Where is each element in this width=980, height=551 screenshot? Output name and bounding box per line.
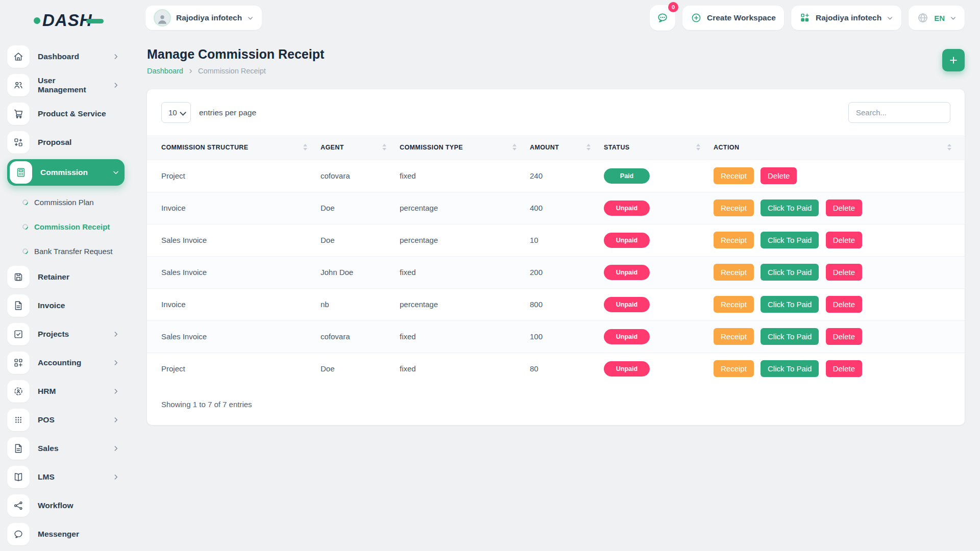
sidebar-item-accounting[interactable]: Accounting (7, 351, 125, 374)
cell-status: Unpaid (604, 353, 714, 385)
delete-button[interactable]: Delete (826, 328, 862, 345)
table-row: Project cofovara fixed 240 Paid Receipt … (147, 160, 965, 192)
save-icon (7, 266, 30, 288)
receipt-button[interactable]: Receipt (714, 199, 754, 216)
cell-amount: 400 (530, 192, 604, 224)
topbar-right: 0 Create Workspace Rajodiya infotech EN (650, 5, 965, 31)
cell-action: Receipt Click To Paid Delete (714, 256, 965, 288)
language-label: EN (934, 14, 945, 22)
delete-button[interactable]: Delete (826, 232, 862, 248)
sort-icon (696, 142, 700, 153)
sidebar-item-commission[interactable]: Commission (7, 159, 125, 186)
brand-logo[interactable]: DASH (34, 9, 125, 32)
account-menu[interactable]: Rajodiya infotech (791, 6, 901, 30)
sidebar-item-proposal[interactable]: Proposal (7, 131, 125, 154)
cell-status: Unpaid (604, 256, 714, 288)
sidebar-item-hrm[interactable]: HRM (7, 380, 125, 403)
cell-status: Unpaid (604, 192, 714, 224)
sidebar-subitem-bank-transfer-request[interactable]: Bank Transfer Request (7, 241, 125, 261)
status-badge: Unpaid (604, 265, 650, 280)
click-to-paid-button[interactable]: Click To Paid (761, 232, 819, 248)
cell-commission-type: fixed (400, 256, 530, 288)
page-size-select[interactable]: 10 (161, 102, 191, 123)
chevron-down-icon (112, 169, 119, 176)
sidebar-item-product-service[interactable]: Product & Service (7, 102, 125, 126)
sidebar-item-pos[interactable]: POS (7, 408, 125, 432)
sidebar-item-label: Retainer (38, 272, 69, 282)
click-to-paid-button[interactable]: Click To Paid (761, 328, 819, 345)
sidebar-item-lms[interactable]: LMS (7, 465, 125, 489)
topbar: Rajodiya infotech 0 Create Workspace Raj… (132, 0, 980, 36)
status-badge: Paid (604, 168, 650, 184)
column-header-commission-structure[interactable]: COMMISSION STRUCTURE (147, 135, 321, 160)
cell-commission-structure: Sales Invoice (147, 224, 321, 256)
sidebar-item-label: Messenger (38, 530, 79, 539)
delete-button[interactable]: Delete (761, 167, 797, 184)
chevron-right-icon (112, 359, 119, 366)
cell-agent: John Doe (321, 256, 400, 288)
cell-agent: Doe (321, 353, 400, 385)
column-header-amount[interactable]: AMOUNT (530, 135, 604, 160)
chat-icon (656, 11, 669, 24)
column-header-action[interactable]: ACTION (714, 135, 965, 160)
sidebar-item-label: Product & Service (38, 109, 106, 118)
add-commission-receipt-button[interactable] (942, 49, 965, 71)
click-to-paid-button[interactable]: Click To Paid (761, 199, 819, 216)
sidebar-item-user-management[interactable]: User Management (7, 73, 125, 97)
sidebar: DASH Dashboard User Management Product &… (0, 0, 132, 551)
breadcrumb-dashboard-link[interactable]: Dashboard (147, 67, 183, 75)
delete-button[interactable]: Delete (826, 199, 862, 216)
table-row: Sales Invoice cofovara fixed 100 Unpaid … (147, 320, 965, 353)
receipt-button[interactable]: Receipt (714, 232, 754, 248)
receipt-button[interactable]: Receipt (714, 167, 754, 184)
column-header-status[interactable]: STATUS (604, 135, 714, 160)
page-size-select-wrap: 10 (161, 102, 191, 123)
sidebar-item-projects[interactable]: Projects (7, 322, 125, 346)
table-controls: 10 entries per page (147, 89, 965, 135)
sidebar-item-workflow[interactable]: Workflow (7, 494, 125, 517)
chevron-right-icon (112, 473, 119, 481)
receipt-button[interactable]: Receipt (714, 264, 754, 281)
table-row: Invoice Doe percentage 400 Unpaid Receip… (147, 192, 965, 224)
cell-amount: 200 (530, 256, 604, 288)
commission-submenu: Commission Plan Commission Receipt Bank … (7, 192, 125, 261)
delete-button[interactable]: Delete (826, 360, 862, 377)
table-footer-summary: Showing 1 to 7 of 7 entries (147, 385, 965, 412)
sidebar-subitem-commission-receipt[interactable]: Commission Receipt (7, 216, 125, 237)
search-input[interactable] (848, 102, 950, 123)
receipt-button[interactable]: Receipt (714, 296, 754, 313)
click-to-paid-button[interactable]: Click To Paid (761, 296, 819, 313)
delete-button[interactable]: Delete (826, 296, 862, 313)
cell-commission-structure: Project (147, 160, 321, 192)
home-icon (7, 45, 30, 68)
receipt-button[interactable]: Receipt (714, 328, 754, 345)
language-selector[interactable]: EN (909, 6, 965, 30)
bullet-icon (21, 198, 30, 206)
sidebar-item-retainer[interactable]: Retainer (7, 265, 125, 289)
sidebar-item-invoice[interactable]: Invoice (7, 294, 125, 317)
sidebar-subitem-commission-plan[interactable]: Commission Plan (7, 192, 125, 212)
chevron-right-icon (112, 53, 119, 60)
cell-commission-structure: Sales Invoice (147, 320, 321, 353)
table-row: Project Doe fixed 80 Unpaid Receipt Clic… (147, 353, 965, 385)
sidebar-item-label: LMS (38, 472, 55, 482)
chevron-right-icon (112, 416, 119, 423)
receipt-button[interactable]: Receipt (714, 360, 754, 377)
workspace-selector[interactable]: Rajodiya infotech (145, 6, 262, 30)
sidebar-item-label: Invoice (38, 301, 65, 310)
click-to-paid-button[interactable]: Click To Paid (761, 360, 819, 377)
page-title: Manage Commission Receipt (147, 47, 324, 62)
page-head: Manage Commission Receipt Dashboard Comm… (147, 47, 965, 75)
sidebar-item-messenger[interactable]: Messenger (7, 522, 125, 546)
sidebar-item-dashboard[interactable]: Dashboard (7, 45, 125, 68)
click-to-paid-button[interactable]: Click To Paid (761, 264, 819, 281)
create-workspace-button[interactable]: Create Workspace (682, 6, 784, 30)
proposal-icon (7, 131, 30, 154)
sidebar-item-sales[interactable]: Sales (7, 437, 125, 460)
sidebar-subitem-label: Commission Plan (34, 198, 94, 207)
column-header-commission-type[interactable]: COMMISSION TYPE (400, 135, 530, 160)
delete-button[interactable]: Delete (826, 264, 862, 281)
column-header-agent[interactable]: AGENT (321, 135, 400, 160)
sidebar-item-label: POS (38, 415, 55, 424)
messenger-button[interactable]: 0 (650, 5, 675, 31)
